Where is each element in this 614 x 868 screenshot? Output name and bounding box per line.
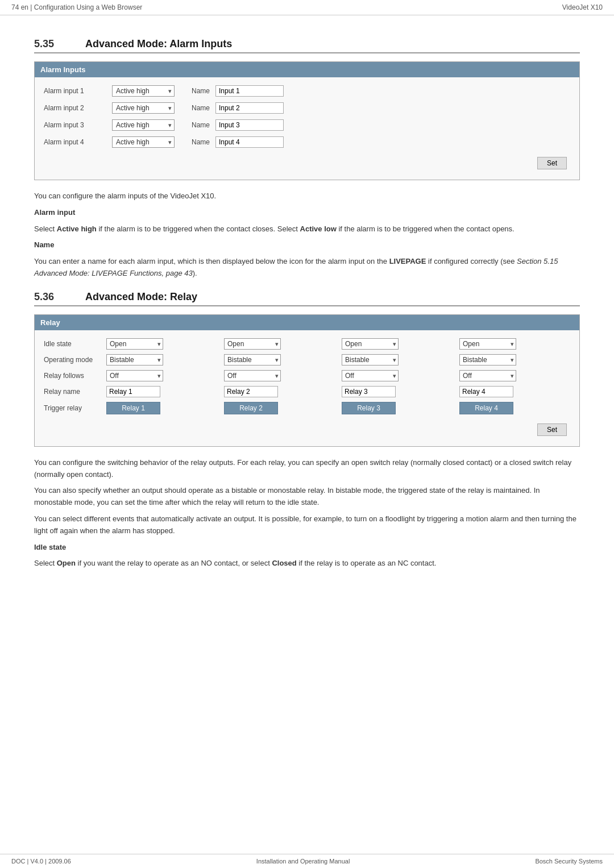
trigger-relay-col3: Relay 3	[338, 400, 456, 417]
alarm-input-3-name-label: Name	[192, 121, 210, 129]
section-35-desc2: Select Active high if the alarm is to be…	[34, 223, 580, 235]
alarm-row: Alarm input 3 Active high Active low Nam…	[40, 117, 574, 133]
operating-mode-select-2[interactable]: Bistable Monostable	[224, 354, 281, 366]
idle-state-select-3[interactable]: Open Closed	[342, 338, 399, 350]
header-right: VideoJet X10	[562, 3, 603, 11]
operating-mode-select-4[interactable]: Bistable Monostable	[459, 354, 516, 366]
alarm-set-button[interactable]: Set	[537, 157, 567, 169]
operating-mode-dd-1: Bistable Monostable	[106, 354, 163, 366]
operating-mode-col4: Bistable Monostable	[456, 352, 574, 368]
alarm-input-2-name-field[interactable]	[215, 102, 284, 114]
idle-state-select-1[interactable]: Open Closed	[106, 338, 163, 350]
section-35-header: 5.35 Advanced Mode: Alarm Inputs	[34, 38, 580, 53]
idle-state-col1: Open Closed	[103, 336, 221, 352]
alarm-input-2-name-label: Name	[192, 104, 210, 112]
idle-state-dd-2: Open Closed	[224, 338, 281, 350]
operating-mode-col1: Bistable Monostable	[103, 352, 221, 368]
trigger-relay-btn-4[interactable]: Relay 4	[459, 402, 513, 414]
relay-panel: Relay Idle state Open Closed	[34, 314, 580, 447]
section-36-title: Advanced Mode: Relay	[85, 291, 197, 303]
footer-right: Bosch Security Systems	[535, 858, 603, 865]
alarm-input-1-label: Alarm input 1	[44, 87, 112, 95]
alarm-input-3-dropdown-wrap: Active high Active low	[112, 119, 175, 131]
relay-follows-select-2[interactable]: Off On	[224, 370, 281, 381]
alarm-input-2-label: Alarm input 2	[44, 104, 112, 112]
relay-follows-dd-3: Off On	[342, 370, 399, 381]
alarm-input-1-name-label: Name	[192, 87, 210, 95]
idle-state-select-2[interactable]: Open Closed	[224, 338, 281, 350]
section-36-subheading1: Idle state	[34, 543, 66, 551]
alarm-input-3-name-field[interactable]	[215, 119, 284, 131]
trigger-relay-btn-1[interactable]: Relay 1	[106, 402, 160, 414]
header-left: 74 en | Configuration Using a Web Browse…	[11, 3, 142, 11]
alarm-input-4-dropdown[interactable]: Active high Active low	[112, 136, 175, 148]
trigger-relay-btn-2[interactable]: Relay 2	[224, 402, 278, 414]
table-row: Relay follows Off On Off	[40, 368, 574, 384]
relay-name-col2	[221, 384, 338, 400]
alarm-input-2-dropdown[interactable]: Active high Active low	[112, 102, 175, 114]
trigger-relay-btn-3[interactable]: Relay 3	[342, 402, 396, 414]
relay-follows-col4: Off On	[456, 368, 574, 384]
relay-follows-col2: Off On	[221, 368, 338, 384]
relay-follows-dd-1: Off On	[106, 370, 163, 381]
main-content: 5.35 Advanced Mode: Alarm Inputs Alarm I…	[0, 15, 614, 592]
operating-mode-select-3[interactable]: Bistable Monostable	[342, 354, 399, 366]
alarm-input-3-label: Alarm input 3	[44, 121, 112, 129]
idle-state-col3: Open Closed	[338, 336, 456, 352]
alarm-input-1-name-field[interactable]	[215, 85, 284, 97]
operating-mode-select-1[interactable]: Bistable Monostable	[106, 354, 163, 366]
section-36-desc4: Select Open if you want the relay to ope…	[34, 558, 580, 570]
section-35-title: Advanced Mode: Alarm Inputs	[85, 38, 232, 50]
alarm-input-3-dropdown[interactable]: Active high Active low	[112, 119, 175, 131]
trigger-relay-col2: Relay 2	[221, 400, 338, 417]
alarm-inputs-panel-body: Alarm input 1 Active high Active low Nam…	[35, 77, 579, 180]
relay-name-label: Relay name	[40, 384, 103, 400]
alarm-input-4-name-field[interactable]	[215, 136, 284, 148]
section-35-number: 5.35	[34, 38, 68, 50]
section-36-header: 5.36 Advanced Mode: Relay	[34, 291, 580, 306]
relay-table: Idle state Open Closed Open	[40, 336, 574, 417]
trigger-relay-label: Trigger relay	[40, 400, 103, 417]
relay-name-field-3[interactable]	[342, 386, 396, 397]
section-36-desc1: You can configure the switching behavior…	[34, 457, 580, 481]
operating-mode-label: Operating mode	[40, 352, 103, 368]
section-35-desc: You can configure the alarm inputs of th…	[34, 190, 580, 280]
idle-state-dd-3: Open Closed	[342, 338, 399, 350]
relay-follows-select-1[interactable]: Off On	[106, 370, 163, 381]
relay-set-button[interactable]: Set	[537, 423, 567, 436]
relay-follows-dd-4: Off On	[459, 370, 516, 381]
section-35-desc1: You can configure the alarm inputs of th…	[34, 190, 580, 202]
alarm-input-4-label: Alarm input 4	[44, 138, 112, 146]
footer-bar: DOC | V4.0 | 2009.06 Installation and Op…	[0, 854, 614, 868]
alarm-input-4-name-label: Name	[192, 138, 210, 146]
idle-state-select-4[interactable]: Open Closed	[459, 338, 516, 350]
idle-state-label: Idle state	[40, 336, 103, 352]
section-36-desc3: You can select different events that aut…	[34, 513, 580, 537]
relay-name-col4	[456, 384, 574, 400]
relay-follows-select-4[interactable]: Off On	[459, 370, 516, 381]
footer-center: Installation and Operating Manual	[256, 858, 350, 865]
footer-left: DOC | V4.0 | 2009.06	[11, 858, 71, 865]
alarm-input-1-dropdown-wrap: Active high Active low	[112, 85, 175, 97]
trigger-relay-col4: Relay 4	[456, 400, 574, 417]
relay-name-field-4[interactable]	[459, 386, 513, 397]
section-35-subheading1: Alarm input	[34, 208, 75, 217]
header-bar: 74 en | Configuration Using a Web Browse…	[0, 0, 614, 15]
section-35-subheading2: Name	[34, 240, 54, 249]
relay-name-field-1[interactable]	[106, 386, 160, 397]
relay-name-col1	[103, 384, 221, 400]
table-row: Operating mode Bistable Monostable	[40, 352, 574, 368]
relay-panel-body: Idle state Open Closed Open	[35, 330, 579, 446]
relay-follows-col1: Off On	[103, 368, 221, 384]
section-36-desc: You can configure the switching behavior…	[34, 457, 580, 570]
relay-follows-dd-2: Off On	[224, 370, 281, 381]
table-row: Trigger relay Relay 1 Relay 2 Relay 3 Re…	[40, 400, 574, 417]
table-row: Idle state Open Closed Open	[40, 336, 574, 352]
operating-mode-col3: Bistable Monostable	[338, 352, 456, 368]
relay-name-field-2[interactable]	[224, 386, 278, 397]
relay-follows-select-3[interactable]: Off On	[342, 370, 399, 381]
operating-mode-dd-3: Bistable Monostable	[342, 354, 399, 366]
section-36-desc2: You can also specify whether an output s…	[34, 485, 580, 509]
idle-state-dd-4: Open Closed	[459, 338, 516, 350]
alarm-input-1-dropdown[interactable]: Active high Active low	[112, 85, 175, 97]
